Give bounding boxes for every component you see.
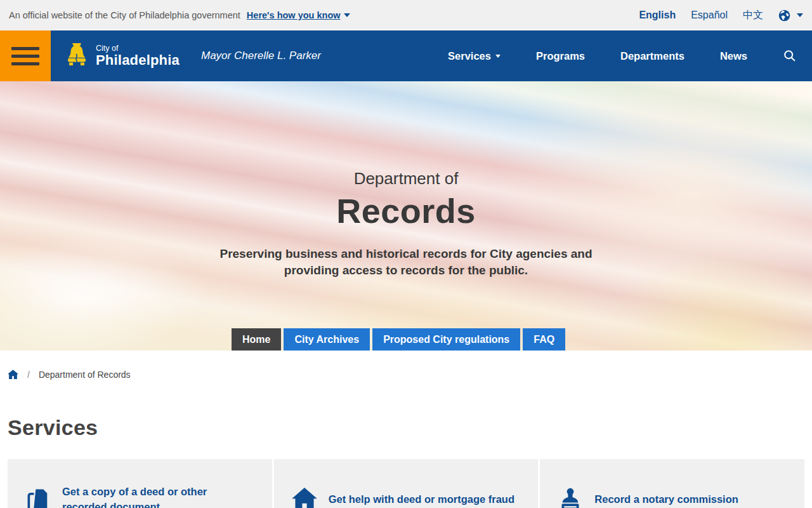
- logo-text-philadelphia: Philadelphia: [96, 53, 180, 67]
- service-card-label: Get a copy of a deed or other recorded d…: [62, 485, 254, 508]
- nav-news[interactable]: News: [720, 50, 747, 62]
- official-website-text: An official website of the City of Phila…: [9, 10, 240, 20]
- nav-services-label: Services: [448, 50, 491, 62]
- home-icon: [292, 488, 317, 508]
- hero-kicker: Department of: [0, 81, 812, 189]
- nav-departments[interactable]: Departments: [620, 50, 684, 62]
- tab-home[interactable]: Home: [232, 328, 281, 351]
- breadcrumb-current: Department of Records: [39, 370, 131, 380]
- service-card-label: Get help with deed or mortgage fraud: [329, 492, 514, 507]
- hero-subtitle: Preserving business and historical recor…: [209, 246, 603, 278]
- breadcrumb: / Department of Records: [0, 351, 812, 380]
- service-card-deed-copy[interactable]: Get a copy of a deed or other recorded d…: [8, 459, 272, 508]
- language-link-english[interactable]: English: [639, 10, 676, 21]
- breadcrumb-home-link[interactable]: [8, 370, 18, 380]
- globe-icon: [778, 10, 790, 22]
- city-of-philadelphia-logo[interactable]: City of Philadelphia: [63, 41, 180, 70]
- chevron-down-icon: [797, 13, 803, 17]
- section-tabs: Home City Archives Proposed City regulat…: [232, 328, 565, 351]
- site-header: City of Philadelphia Mayor Cherelle L. P…: [0, 30, 812, 81]
- official-banner: An official website of the City of Phila…: [0, 0, 812, 30]
- language-globe-menu[interactable]: [778, 10, 803, 22]
- primary-nav: Services Programs Departments News: [448, 49, 812, 63]
- service-card-fraud-help[interactable]: Get help with deed or mortgage fraud: [274, 459, 539, 508]
- search-button[interactable]: [783, 49, 797, 63]
- menu-button[interactable]: [0, 30, 51, 81]
- home-icon: [8, 370, 18, 380]
- chevron-down-icon: [495, 55, 501, 58]
- search-icon: [783, 49, 797, 63]
- tab-faq[interactable]: FAQ: [523, 328, 565, 351]
- liberty-bell-icon: [63, 41, 90, 70]
- chevron-down-icon: [344, 13, 350, 17]
- language-link-espanol[interactable]: Español: [691, 10, 728, 21]
- page-title: Records: [0, 191, 812, 231]
- logo-text-city-of: City of: [96, 44, 180, 53]
- heres-how-you-know-label: Here's how you know: [247, 10, 341, 20]
- nav-services[interactable]: Services: [448, 50, 501, 62]
- services-section: Services Get a copy of a deed or other r…: [0, 415, 812, 508]
- mayor-name-text: Mayor Cherelle L. Parker: [201, 50, 321, 62]
- service-card-notary[interactable]: Record a notary commission: [540, 459, 804, 508]
- nav-programs-label: Programs: [536, 50, 585, 62]
- stamp-icon: [558, 487, 583, 508]
- breadcrumb-separator: /: [27, 370, 30, 380]
- hero-banner: Department of Records Preserving busines…: [0, 81, 812, 351]
- heres-how-you-know-link[interactable]: Here's how you know: [247, 10, 350, 20]
- service-card-label: Record a notary commission: [594, 492, 738, 507]
- tab-proposed-city-regulations[interactable]: Proposed City regulations: [372, 328, 520, 351]
- nav-programs[interactable]: Programs: [536, 50, 585, 62]
- copy-icon: [25, 487, 51, 508]
- services-heading: Services: [8, 415, 804, 440]
- language-link-chinese[interactable]: 中文: [743, 9, 763, 22]
- nav-news-label: News: [720, 50, 747, 62]
- tab-city-archives[interactable]: City Archives: [284, 328, 370, 351]
- service-cards: Get a copy of a deed or other recorded d…: [8, 459, 804, 508]
- nav-departments-label: Departments: [620, 50, 684, 62]
